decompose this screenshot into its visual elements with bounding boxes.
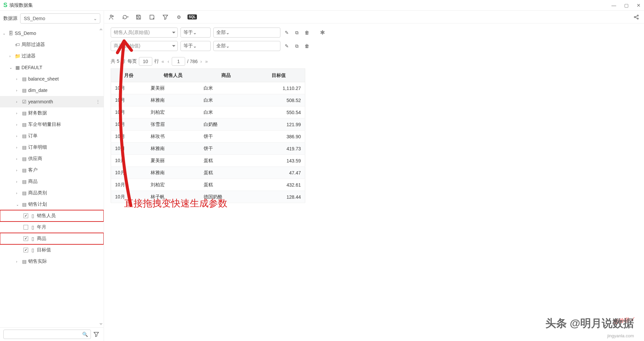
filter-op-1[interactable]: 等于⌄ xyxy=(180,28,211,38)
chevron-down-icon: ⌄ xyxy=(226,30,230,35)
minimize-button[interactable]: — xyxy=(611,3,616,8)
window-title: 填报数据集 xyxy=(9,2,611,8)
table-row[interactable]: 10月 林雅南 白米 508.52 xyxy=(111,94,305,106)
cell-value: 128.44 xyxy=(253,191,305,203)
app-icon: S xyxy=(3,2,7,9)
gear-icon[interactable]: ⚙ xyxy=(175,13,182,21)
tree-yearnmonth[interactable]: ›☑ yearnmonth ⋮ xyxy=(0,96,104,107)
table-row[interactable]: 10月 林雅南 蛋糕 47.47 xyxy=(111,167,305,179)
cell-value: 432.61 xyxy=(253,179,305,191)
delete-icon[interactable]: 🗑 xyxy=(303,42,311,50)
table-row[interactable]: 10月 夏美丽 白米 1,110.27 xyxy=(111,82,305,94)
search-input[interactable]: 🔍 xyxy=(3,330,91,339)
edit-icon[interactable]: ✎ xyxy=(283,29,290,36)
tree-sales-actual[interactable]: ›▤ 销售实际 xyxy=(0,256,104,267)
prev-page-button[interactable]: ‹ xyxy=(167,59,170,64)
checkbox-icon[interactable] xyxy=(23,225,28,230)
tree-balance-sheet[interactable]: ›▤ balance_sheet xyxy=(0,73,104,85)
tree-product[interactable]: ›▤ 商品 xyxy=(0,176,104,187)
filter-icon: 🏷 xyxy=(14,42,21,47)
tree-dim-date[interactable]: ›▤ dim_date xyxy=(0,85,104,96)
tree-sales-plan[interactable]: ⌄▤ 销售计划 xyxy=(0,199,104,210)
cell-value: 508.52 xyxy=(253,94,305,106)
scroll-down-icon[interactable] xyxy=(99,323,103,325)
filter-settings-icon[interactable]: ✱ xyxy=(320,29,325,36)
cell-month: 10月 xyxy=(111,82,147,94)
scroll-up-icon[interactable] xyxy=(99,28,103,30)
user-icon[interactable] xyxy=(108,13,115,21)
tree-customer[interactable]: ›▤ 客户 xyxy=(0,164,104,176)
table-row[interactable]: 10月 刘柏宏 白米 550.54 xyxy=(111,106,305,118)
cell-person: 林雅南 xyxy=(147,94,200,106)
copy-icon[interactable]: ⧉ xyxy=(293,29,301,36)
col-target[interactable]: 目标值 xyxy=(253,69,305,82)
tree-root[interactable]: ⌄🗄 SS_Demo xyxy=(0,28,104,39)
data-table: 月份 销售人员 商品 目标值 10月 夏美丽 白米 1,110.2710月 林雅… xyxy=(111,68,305,203)
per-page-label: 每页 xyxy=(127,58,137,64)
table-row[interactable]: 10月 张雪眉 白奶酪 121.99 xyxy=(111,118,305,131)
tree-car[interactable]: ›▤ 车企年销量目标 xyxy=(0,119,104,130)
tree-category[interactable]: ›▤ 商品类别 xyxy=(0,187,104,199)
refresh-icon[interactable]: ▾ xyxy=(121,13,129,21)
next-page-button[interactable]: › xyxy=(200,59,203,64)
checkbox-checked-icon[interactable] xyxy=(23,213,28,218)
filter-value-1[interactable]: 全部⌄ xyxy=(213,28,280,38)
save-icon[interactable] xyxy=(135,13,142,21)
svg-point-3 xyxy=(637,18,639,19)
share-icon[interactable] xyxy=(633,13,640,21)
table-icon: ▤ xyxy=(21,179,28,184)
funnel-icon[interactable] xyxy=(162,13,169,21)
cell-person: 夏美丽 xyxy=(147,155,200,167)
pagination: 共 5 行 每页 10 行 « ‹ 1 / 786 › » xyxy=(104,54,644,68)
field-sales-person[interactable]: ▯ 销售人员 xyxy=(0,210,104,222)
first-page-button[interactable]: « xyxy=(161,59,165,64)
tree-filter[interactable]: ›📁 过滤器 xyxy=(0,50,104,62)
filter-settings-icon[interactable] xyxy=(94,332,100,337)
field-year-month[interactable]: ▯ 年月 xyxy=(0,222,104,233)
delete-icon[interactable]: 🗑 xyxy=(303,29,311,36)
tree-default[interactable]: ⌄▦ DEFAULT xyxy=(0,62,104,73)
cell-product: 白米 xyxy=(200,82,253,94)
col-product[interactable]: 商品 xyxy=(200,69,253,82)
last-page-button[interactable]: » xyxy=(205,59,209,64)
col-person[interactable]: 销售人员 xyxy=(147,69,200,82)
page-input[interactable]: 1 xyxy=(172,57,185,66)
filter-field-2[interactable]: 商品(原始值) xyxy=(111,41,178,51)
col-month[interactable]: 月份 xyxy=(111,69,147,82)
tree-fin[interactable]: ›▤ 财务数据 xyxy=(0,107,104,119)
cell-person: 刘柏宏 xyxy=(147,106,200,118)
maximize-button[interactable]: ▢ xyxy=(624,3,629,8)
svg-point-2 xyxy=(637,15,639,16)
filter-op-2[interactable]: 等于⌄ xyxy=(180,41,211,51)
checkbox-checked-icon[interactable] xyxy=(23,236,28,241)
pagination-total: 共 5 行 xyxy=(111,58,125,64)
svg-point-1 xyxy=(634,16,636,18)
table-row[interactable]: 10月 夏美丽 蛋糕 143.59 xyxy=(111,155,305,167)
column-icon: ▯ xyxy=(30,247,36,253)
field-target[interactable]: ▯ 目标值 xyxy=(0,244,104,256)
per-page-input[interactable]: 10 xyxy=(139,57,152,66)
chevron-down-icon: ⌄ xyxy=(193,43,197,49)
table-row[interactable]: 10月 林雅南 饼干 419.73 xyxy=(111,143,305,155)
close-button[interactable]: ✕ xyxy=(637,3,641,8)
tree-order-detail[interactable]: ›▤ 订单明细 xyxy=(0,142,104,153)
edit-icon[interactable]: ✎ xyxy=(283,42,290,50)
dropdown-icon xyxy=(172,45,175,47)
field-product[interactable]: ▯ 商品 xyxy=(0,233,104,244)
filter-value-2[interactable]: 全部⌄ xyxy=(213,41,280,51)
filter-panel: 销售人员(原始值) 等于⌄ 全部⌄ ✎ ⧉ 🗑 ✱ 商品(原始值) 等于⌄ 全部… xyxy=(104,23,644,54)
tree-order[interactable]: ›▤ 订单 xyxy=(0,130,104,142)
datasource-select[interactable]: SS_Demo ⌄ xyxy=(20,13,100,23)
table-row[interactable]: 10月 林玫书 饼干 386.90 xyxy=(111,131,305,143)
save-as-icon[interactable] xyxy=(148,13,156,21)
table-icon: ▤ xyxy=(21,156,28,161)
tree-local-filter[interactable]: 🏷 局部过滤器 xyxy=(0,39,104,50)
sql-button[interactable]: SQL xyxy=(189,13,196,21)
cell-value: 386.90 xyxy=(253,131,305,143)
copy-icon[interactable]: ⧉ xyxy=(293,42,301,50)
filter-field-1[interactable]: 销售人员(原始值) xyxy=(111,28,178,38)
tree-scrollbar[interactable] xyxy=(99,26,103,327)
tree-supplier[interactable]: ›▤ 供应商 xyxy=(0,153,104,164)
checkbox-checked-icon[interactable] xyxy=(23,248,28,252)
table-row[interactable]: 10月 刘柏宏 蛋糕 432.61 xyxy=(111,179,305,191)
